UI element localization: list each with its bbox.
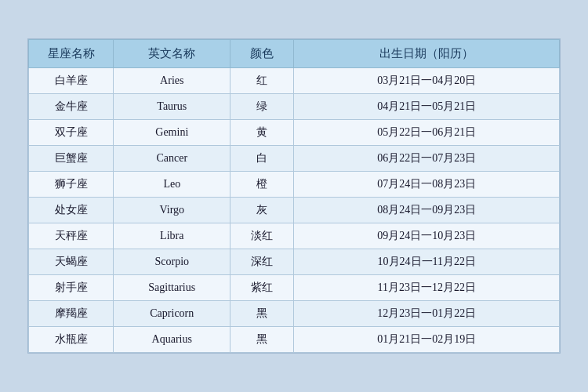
- cell-color: 紫红: [230, 275, 294, 301]
- table-row: 处女座Virgo灰08月24日一09月23日: [29, 198, 560, 223]
- cell-zh-name: 摩羯座: [29, 301, 114, 327]
- cell-en-name: Gemini: [114, 120, 230, 146]
- cell-date: 07月24日一08月23日: [294, 172, 560, 198]
- header-zh-name: 星座名称: [29, 40, 114, 68]
- table-body: 白羊座Aries红03月21日一04月20日金牛座Taurus绿04月21日一0…: [29, 68, 560, 353]
- zodiac-table-container: 星座名称 英文名称 颜色 出生日期（阳历） 白羊座Aries红03月21日一04…: [27, 38, 561, 354]
- cell-en-name: Libra: [114, 223, 230, 249]
- header-en-name: 英文名称: [114, 40, 230, 68]
- table-row: 双子座Gemini黄05月22日一06月21日: [29, 120, 560, 146]
- table-row: 狮子座Leo橙07月24日一08月23日: [29, 172, 560, 198]
- cell-zh-name: 双子座: [29, 120, 114, 146]
- cell-color: 红: [230, 68, 294, 94]
- cell-zh-name: 天蝎座: [29, 249, 114, 275]
- cell-color: 白: [230, 146, 294, 172]
- cell-date: 08月24日一09月23日: [294, 198, 560, 223]
- cell-zh-name: 白羊座: [29, 68, 114, 94]
- cell-zh-name: 金牛座: [29, 94, 114, 120]
- zodiac-table: 星座名称 英文名称 颜色 出生日期（阳历） 白羊座Aries红03月21日一04…: [28, 39, 560, 353]
- cell-color: 橙: [230, 172, 294, 198]
- cell-en-name: Sagittarius: [114, 275, 230, 301]
- table-row: 巨蟹座Cancer白06月22日一07月23日: [29, 146, 560, 172]
- cell-date: 06月22日一07月23日: [294, 146, 560, 172]
- table-row: 射手座Sagittarius紫红11月23日一12月22日: [29, 275, 560, 301]
- cell-color: 灰: [230, 198, 294, 223]
- cell-date: 10月24日一11月22日: [294, 249, 560, 275]
- cell-en-name: Taurus: [114, 94, 230, 120]
- cell-en-name: Aries: [114, 68, 230, 94]
- cell-color: 黑: [230, 327, 294, 353]
- cell-date: 01月21日一02月19日: [294, 327, 560, 353]
- cell-en-name: Aquarius: [114, 327, 230, 353]
- header-color: 颜色: [230, 40, 294, 68]
- cell-zh-name: 水瓶座: [29, 327, 114, 353]
- table-row: 金牛座Taurus绿04月21日一05月21日: [29, 94, 560, 120]
- cell-color: 黄: [230, 120, 294, 146]
- table-row: 白羊座Aries红03月21日一04月20日: [29, 68, 560, 94]
- table-row: 水瓶座Aquarius黑01月21日一02月19日: [29, 327, 560, 353]
- cell-en-name: Capricorn: [114, 301, 230, 327]
- cell-color: 深红: [230, 249, 294, 275]
- cell-zh-name: 射手座: [29, 275, 114, 301]
- cell-en-name: Virgo: [114, 198, 230, 223]
- table-row: 摩羯座Capricorn黑12月23日一01月22日: [29, 301, 560, 327]
- cell-zh-name: 狮子座: [29, 172, 114, 198]
- table-row: 天蝎座Scorpio深红10月24日一11月22日: [29, 249, 560, 275]
- cell-color: 黑: [230, 301, 294, 327]
- cell-date: 09月24日一10月23日: [294, 223, 560, 249]
- cell-en-name: Cancer: [114, 146, 230, 172]
- cell-color: 淡红: [230, 223, 294, 249]
- table-header-row: 星座名称 英文名称 颜色 出生日期（阳历）: [29, 40, 560, 68]
- cell-zh-name: 处女座: [29, 198, 114, 223]
- table-row: 天秤座Libra淡红09月24日一10月23日: [29, 223, 560, 249]
- cell-en-name: Leo: [114, 172, 230, 198]
- cell-zh-name: 巨蟹座: [29, 146, 114, 172]
- cell-color: 绿: [230, 94, 294, 120]
- cell-en-name: Scorpio: [114, 249, 230, 275]
- cell-date: 12月23日一01月22日: [294, 301, 560, 327]
- cell-date: 03月21日一04月20日: [294, 68, 560, 94]
- header-date: 出生日期（阳历）: [294, 40, 560, 68]
- cell-date: 05月22日一06月21日: [294, 120, 560, 146]
- cell-zh-name: 天秤座: [29, 223, 114, 249]
- cell-date: 04月21日一05月21日: [294, 94, 560, 120]
- cell-date: 11月23日一12月22日: [294, 275, 560, 301]
